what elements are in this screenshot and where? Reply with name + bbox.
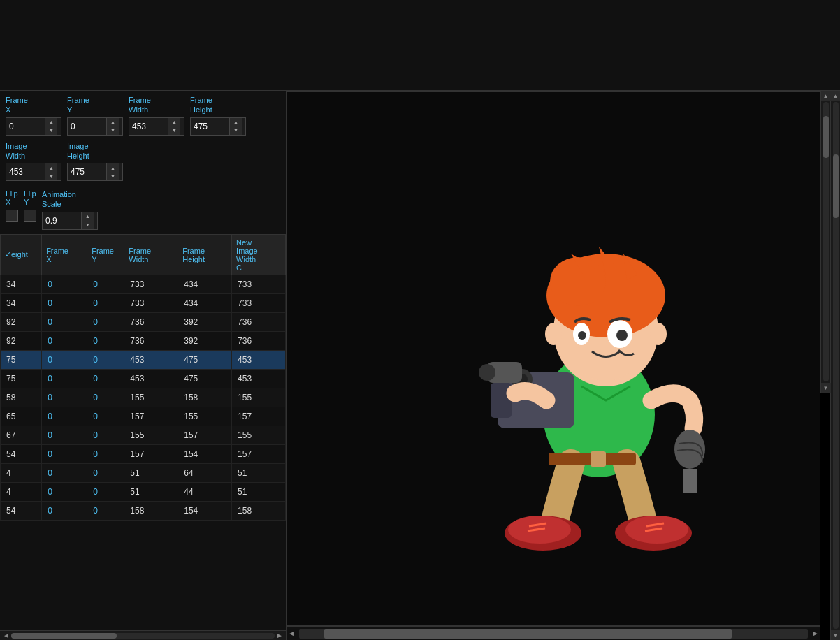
table-row[interactable]: 400514451 xyxy=(1,482,286,501)
img-scroll-left[interactable]: ◄ xyxy=(287,630,296,637)
frame-y-spinbox[interactable]: ▲ ▼ xyxy=(67,117,123,136)
table-row[interactable]: 3400733434733 xyxy=(1,293,286,312)
flip-x-group: Flip X xyxy=(6,189,18,230)
img-h-scroll-thumb[interactable] xyxy=(324,629,732,639)
frame-width-spinner: ▲ ▼ xyxy=(168,118,180,135)
table-row[interactable]: 9200736392736 xyxy=(1,312,286,331)
table-row[interactable]: 6700155157155 xyxy=(1,426,286,444)
anim-scale-spinbox[interactable]: ▲ ▼ xyxy=(42,212,98,230)
frame-x-spinbox[interactable]: ▲ ▼ xyxy=(6,117,61,136)
image-height-spinbox[interactable]: ▲ ▼ xyxy=(67,163,123,181)
table-row[interactable]: 400516451 xyxy=(1,463,286,482)
frame-height-input[interactable] xyxy=(191,122,229,131)
table-row[interactable]: 9200736392736 xyxy=(1,331,286,350)
cell-frameWidth: 155 xyxy=(124,426,178,444)
table-h-scrollbar[interactable]: ◄ ► xyxy=(0,630,286,640)
table-body: 3400733434733340073343473392007363927369… xyxy=(1,275,286,520)
cell-check[interactable]: 75 xyxy=(1,350,42,369)
flip-y-checkbox[interactable] xyxy=(24,210,36,222)
cell-check[interactable]: 54 xyxy=(1,501,42,520)
frame-x-up[interactable]: ▲ xyxy=(45,118,57,126)
table-row[interactable]: 7500453475453 xyxy=(1,350,286,369)
scroll-right-btn[interactable]: ► xyxy=(275,632,284,639)
v-scroll-down-btn[interactable]: ▼ xyxy=(831,630,841,640)
cell-newImageWidth: 157 xyxy=(232,444,286,463)
cell-frameWidth: 736 xyxy=(124,331,178,350)
frame-width-up[interactable]: ▲ xyxy=(168,118,180,126)
cell-frameY: 0 xyxy=(87,369,124,388)
cell-check[interactable]: 92 xyxy=(1,331,42,350)
cell-check[interactable]: 92 xyxy=(1,312,42,331)
frame-width-down[interactable]: ▼ xyxy=(168,126,180,135)
col-new-image-width[interactable]: NewImageWidthC xyxy=(232,235,286,275)
col-frame-y[interactable]: FrameY xyxy=(87,235,124,275)
image-width-up[interactable]: ▲ xyxy=(45,163,57,172)
cell-frameY: 0 xyxy=(87,444,124,463)
image-height-up[interactable]: ▲ xyxy=(106,163,119,172)
frame-height-spinbox[interactable]: ▲ ▼ xyxy=(190,117,246,136)
h-scroll-track[interactable] xyxy=(11,633,275,639)
cell-check[interactable]: 75 xyxy=(1,369,42,388)
anim-scale-input[interactable] xyxy=(43,216,81,226)
frame-y-down[interactable]: ▼ xyxy=(106,126,119,135)
table-row[interactable]: 7500453475453 xyxy=(1,369,286,388)
v-scroll-thumb[interactable] xyxy=(833,154,839,217)
img-v-scroll-thumb[interactable] xyxy=(823,116,829,158)
image-bottom-bar: ◄ ► xyxy=(287,626,820,640)
image-height-input[interactable] xyxy=(68,167,106,177)
cell-frameWidth: 51 xyxy=(124,463,178,482)
cell-check[interactable]: 34 xyxy=(1,275,42,293)
sprite-display xyxy=(431,184,781,533)
img-v-scroll-track[interactable] xyxy=(823,102,829,381)
table-row[interactable]: 5800155158155 xyxy=(1,388,286,407)
frame-x-down[interactable]: ▼ xyxy=(45,126,57,135)
anim-scale-down[interactable]: ▼ xyxy=(81,221,94,229)
table-row[interactable]: 5400158154158 xyxy=(1,501,286,520)
frame-height-up[interactable]: ▲ xyxy=(229,118,242,126)
scroll-left-btn[interactable]: ◄ xyxy=(1,632,11,639)
v-scroll-track[interactable] xyxy=(833,102,839,629)
img-scroll-right[interactable]: ► xyxy=(811,630,820,637)
cell-frameHeight: 434 xyxy=(178,275,232,293)
table-row[interactable]: 6500157155157 xyxy=(1,407,286,426)
cell-frameY: 0 xyxy=(87,482,124,501)
col-frame-height[interactable]: FrameHeight xyxy=(178,235,232,275)
cell-check[interactable]: 4 xyxy=(1,482,42,501)
cell-check[interactable]: 4 xyxy=(1,463,42,482)
frame-y-input[interactable] xyxy=(68,122,106,131)
img-h-scroll-track[interactable] xyxy=(299,629,808,639)
cell-frameX: 0 xyxy=(42,275,87,293)
img-v-scroll-down[interactable]: ▼ xyxy=(821,383,831,393)
table-row[interactable]: 3400733434733 xyxy=(1,275,286,293)
h-scroll-thumb[interactable] xyxy=(11,633,117,639)
cell-frameY: 0 xyxy=(87,426,124,444)
frame-y-up[interactable]: ▲ xyxy=(106,118,119,126)
frame-height-down[interactable]: ▼ xyxy=(229,126,242,135)
cell-check[interactable]: 58 xyxy=(1,388,42,407)
img-v-scroll-up[interactable]: ▲ xyxy=(821,91,831,101)
cell-check[interactable]: 67 xyxy=(1,426,42,444)
col-check[interactable]: ✓eight xyxy=(1,235,42,275)
cell-newImageWidth: 733 xyxy=(232,293,286,312)
frame-width-spinbox[interactable]: ▲ ▼ xyxy=(129,117,184,136)
cell-check[interactable]: 65 xyxy=(1,407,42,426)
image-width-spinbox[interactable]: ▲ ▼ xyxy=(6,163,61,181)
anim-scale-up[interactable]: ▲ xyxy=(81,212,94,221)
cell-check[interactable]: 54 xyxy=(1,444,42,463)
col-frame-width[interactable]: FrameWidth xyxy=(124,235,178,275)
image-height-down[interactable]: ▼ xyxy=(106,172,119,180)
right-panel: ▲ ▼ ▲ ▼ xyxy=(287,91,840,640)
col-frame-x[interactable]: FrameX xyxy=(42,235,87,275)
frame-width-input[interactable] xyxy=(129,122,168,131)
image-width-input[interactable] xyxy=(6,167,45,177)
cell-check[interactable]: 34 xyxy=(1,293,42,312)
check-all[interactable]: ✓eight xyxy=(5,250,28,259)
cell-frameHeight: 475 xyxy=(178,369,232,388)
frame-height-spinner: ▲ ▼ xyxy=(229,118,242,135)
flip-x-checkbox[interactable] xyxy=(6,210,18,222)
image-width-down[interactable]: ▼ xyxy=(45,172,57,180)
frame-x-input[interactable] xyxy=(6,122,45,131)
v-scroll-up-btn[interactable]: ▲ xyxy=(831,91,841,101)
svg-point-6 xyxy=(616,330,628,341)
table-row[interactable]: 5400157154157 xyxy=(1,444,286,463)
